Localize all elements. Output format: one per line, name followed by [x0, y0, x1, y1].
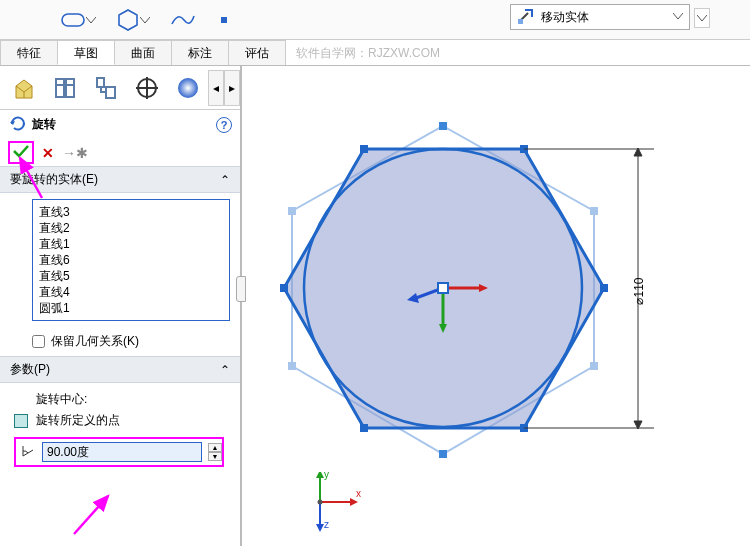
defined-point-label: 旋转所定义的点: [36, 412, 120, 429]
svg-rect-30: [288, 207, 296, 215]
svg-rect-3: [518, 19, 523, 24]
angle-icon: [20, 443, 36, 462]
keep-relations-label: 保留几何关系(K): [51, 333, 139, 350]
svg-rect-27: [280, 284, 288, 292]
spline-icon[interactable]: [170, 10, 196, 30]
panel-splitter-handle[interactable]: [236, 276, 246, 302]
list-item[interactable]: 圆弧1: [39, 300, 223, 316]
params-header-label: 参数(P): [10, 361, 50, 378]
slot-icon[interactable]: [60, 11, 96, 29]
svg-rect-37: [438, 283, 448, 293]
annotation-arrow-icon: [68, 488, 128, 538]
center-label: 旋转中心:: [36, 391, 226, 408]
property-manager-panel: ◂ ▸ 旋转 ? ✕ →✱ 要旋转的实体(E) ⌃ 直线3 直线2 直线1 直线…: [0, 66, 242, 546]
polygon-icon[interactable]: [116, 8, 150, 32]
ribbon-top: 移动实体: [0, 0, 750, 40]
angle-input[interactable]: [42, 442, 202, 462]
svg-rect-12: [66, 79, 74, 97]
pin-button[interactable]: →✱: [62, 145, 88, 161]
dimxpert-tab[interactable]: [126, 68, 167, 108]
dimension-value[interactable]: ⌀110: [631, 277, 645, 304]
panel-title-row: 旋转 ?: [0, 110, 240, 139]
svg-rect-22: [360, 145, 368, 153]
svg-point-44: [318, 500, 323, 505]
rotate-icon: [8, 114, 26, 135]
move-entity-dropdown[interactable]: 移动实体: [510, 4, 690, 30]
svg-line-21: [74, 496, 108, 534]
svg-rect-32: [288, 362, 296, 370]
panel-title: 旋转: [32, 116, 56, 133]
entities-list[interactable]: 直线3 直线2 直线1 直线6 直线5 直线4 圆弧1: [32, 199, 230, 321]
svg-rect-33: [590, 362, 598, 370]
point-icon[interactable]: [216, 12, 232, 28]
svg-rect-0: [62, 14, 84, 26]
svg-rect-24: [600, 284, 608, 292]
command-tab-bar: 特征 草图 曲面 标注 评估 软件自学网：RJZXW.COM: [0, 40, 750, 66]
svg-rect-2: [221, 17, 227, 23]
point-marker-icon: [14, 414, 28, 428]
svg-rect-28: [439, 122, 447, 130]
svg-rect-31: [590, 207, 598, 215]
list-item[interactable]: 直线4: [39, 284, 223, 300]
svg-rect-14: [97, 78, 104, 87]
feature-manager-tab[interactable]: [4, 68, 45, 108]
panel-tab-row: ◂ ▸: [0, 66, 240, 110]
svg-rect-15: [106, 87, 115, 98]
svg-point-19: [178, 78, 198, 98]
graphics-area[interactable]: ⌀110 x y z: [244, 66, 750, 546]
keep-relations-checkbox[interactable]: [32, 335, 45, 348]
chevron-up-icon: ⌃: [220, 363, 230, 377]
tab-annotate[interactable]: 标注: [171, 40, 229, 65]
watermark-text: 软件自学网：RJZXW.COM: [296, 40, 440, 66]
list-item[interactable]: 直线3: [39, 204, 223, 220]
params-section-header[interactable]: 参数(P) ⌃: [0, 356, 240, 383]
svg-marker-1: [119, 10, 137, 30]
angle-input-row: ▲▼: [14, 437, 224, 467]
triad-z-label: z: [324, 519, 329, 530]
panel-scroll-right[interactable]: ▸: [224, 70, 240, 106]
svg-line-20: [20, 158, 42, 198]
list-item[interactable]: 直线1: [39, 236, 223, 252]
svg-rect-11: [56, 79, 64, 97]
list-item[interactable]: 直线2: [39, 220, 223, 236]
property-manager-tab[interactable]: [45, 68, 86, 108]
svg-rect-29: [439, 450, 447, 458]
appearance-tab[interactable]: [167, 68, 208, 108]
move-entity-label: 移动实体: [541, 9, 589, 26]
config-manager-tab[interactable]: [86, 68, 127, 108]
chevron-up-icon: ⌃: [220, 173, 230, 187]
chevron-down-icon: [673, 10, 683, 24]
list-item[interactable]: 直线5: [39, 268, 223, 284]
tab-evaluate[interactable]: 评估: [228, 40, 286, 65]
ribbon-more-button[interactable]: [694, 8, 710, 28]
panel-scroll-left[interactable]: ◂: [208, 70, 224, 106]
view-triad[interactable]: x y z: [306, 472, 366, 532]
tab-sketch[interactable]: 草图: [57, 40, 115, 65]
triad-x-label: x: [356, 488, 361, 499]
list-item[interactable]: 直线6: [39, 252, 223, 268]
angle-spinner[interactable]: ▲▼: [208, 443, 222, 461]
tab-surface[interactable]: 曲面: [114, 40, 172, 65]
help-button[interactable]: ?: [216, 117, 232, 133]
svg-rect-26: [360, 424, 368, 432]
annotation-arrow-icon: [2, 150, 52, 200]
triad-y-label: y: [324, 472, 329, 480]
tab-feature[interactable]: 特征: [0, 40, 58, 65]
move-entity-icon: [517, 7, 535, 28]
